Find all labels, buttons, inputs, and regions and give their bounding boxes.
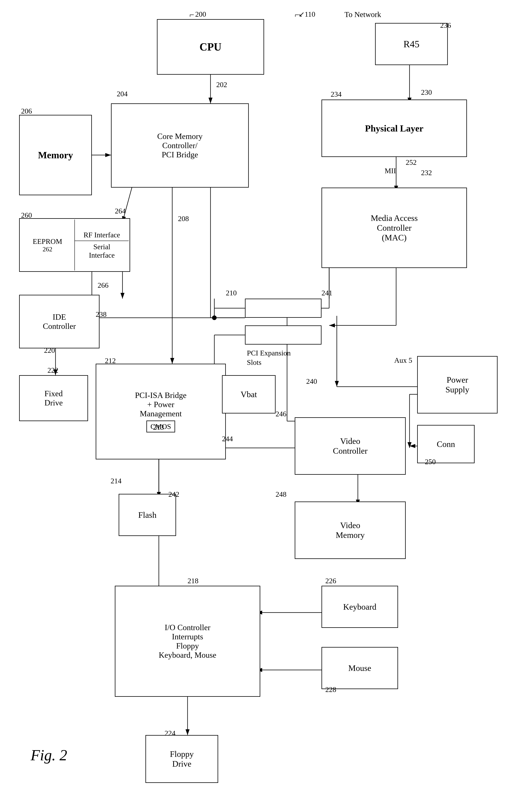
r45-box: R45 — [375, 23, 448, 65]
io-controller-box: I/O ControllerInterruptsFloppyKeyboard, … — [115, 586, 260, 697]
cpu-label: CPU — [200, 41, 222, 53]
ref-218: 218 — [188, 576, 198, 585]
ref-210: 210 — [226, 289, 237, 297]
video-controller-box: VideoController — [295, 417, 406, 475]
mac-label: Media AccessController(MAC) — [371, 213, 418, 243]
ref-246: 246 — [276, 410, 286, 418]
fixed-drive-label: FixedDrive — [44, 389, 63, 407]
ref-228: 228 — [325, 685, 336, 694]
ref-230: 230 — [421, 88, 432, 96]
memory-box: Memory — [19, 115, 92, 195]
ref-220: 220 — [44, 346, 55, 355]
svg-point-16 — [212, 316, 216, 320]
ref-238: 238 — [96, 310, 107, 319]
eeprom-ref: 262 — [43, 246, 53, 253]
ref-208: 208 — [178, 214, 189, 223]
bracket-200: ⌐ — [189, 10, 194, 20]
fixed-drive-box: FixedDrive — [19, 375, 88, 421]
floppy-drive-box: FloppyDrive — [146, 735, 218, 783]
video-memory-label: VideoMemory — [336, 521, 365, 540]
ref-240: 240 — [306, 377, 317, 385]
fig2-label: Fig. 2 — [31, 746, 67, 764]
core-memory-box: Core MemoryController/PCI Bridge — [111, 103, 249, 188]
pci-expansion-label: PCI ExpansionSlots — [247, 348, 291, 367]
ref-248: 248 — [276, 490, 286, 498]
to-network-label: To Network — [344, 10, 381, 19]
vbat-label: Vbat — [241, 390, 257, 399]
eeprom-group-box: EEPROM 262 RF Interface SerialInterface — [19, 218, 130, 272]
power-supply-box: PowerSupply — [417, 356, 497, 414]
mac-box: Media AccessController(MAC) — [322, 188, 467, 268]
ref-244: 244 — [222, 435, 233, 443]
ref-200: 200 — [195, 10, 206, 18]
floppy-drive-label: FloppyDrive — [170, 749, 194, 769]
ref-236: 236 — [440, 21, 451, 30]
ref-212: 212 — [105, 356, 116, 365]
bracket-110: ⌐ — [295, 10, 300, 20]
ref-242: 242 — [168, 490, 179, 498]
eeprom-label: EEPROM — [33, 237, 62, 246]
mouse-label: Mouse — [348, 663, 371, 673]
ref-204: 204 — [117, 90, 128, 98]
physical-layer-label: Physical Layer — [365, 123, 423, 134]
flash-label: Flash — [138, 510, 156, 520]
cpu-box: CPU — [157, 19, 264, 75]
ref-226: 226 — [325, 576, 336, 585]
r45-label: R45 — [403, 38, 419, 50]
ref-214: 214 — [111, 477, 121, 485]
physical-layer-box: Physical Layer — [322, 99, 467, 157]
pci-exp-slot-1 — [245, 299, 322, 318]
ide-controller-box: IDEController — [19, 295, 99, 348]
mouse-box: Mouse — [322, 647, 398, 689]
pci-isa-label: PCI-ISA Bridge+ PowerManagement — [135, 391, 187, 418]
ref-266: 266 — [98, 281, 109, 289]
rf-interface-label: RF Interface — [83, 231, 120, 239]
ref-202: 202 — [216, 80, 227, 89]
keyboard-label: Keyboard — [343, 602, 376, 612]
ref-213: 213 — [153, 423, 164, 432]
ref-250: 250 — [425, 457, 436, 466]
ref-260: 260 — [21, 211, 32, 219]
io-controller-label: I/O ControllerInterruptsFloppyKeyboard, … — [159, 623, 216, 660]
ide-controller-label: IDEController — [43, 313, 76, 331]
memory-label: Memory — [38, 150, 73, 160]
ref-241: 241 — [322, 289, 332, 297]
aux5-label: Aux 5 — [394, 356, 412, 364]
video-memory-box: VideoMemory — [295, 502, 406, 559]
core-memory-label: Core MemoryController/PCI Bridge — [157, 132, 203, 159]
flash-box: Flash — [119, 494, 176, 536]
ref-206: 206 — [21, 107, 32, 115]
pci-exp-slot-2 — [245, 325, 322, 344]
pci-isa-box: PCI-ISA Bridge+ PowerManagement CMOS — [96, 364, 226, 459]
conn-label: Conn — [437, 439, 455, 449]
vbat-box: Vbat — [222, 375, 276, 414]
ref-222: 222 — [48, 366, 58, 374]
video-controller-label: VideoController — [333, 436, 367, 456]
ref-224: 224 — [165, 729, 175, 737]
mii-label: MII — [385, 167, 396, 175]
ref-232: 232 — [421, 168, 432, 177]
power-supply-label: PowerSupply — [445, 375, 470, 395]
ref-110: ↙110 — [299, 10, 316, 18]
keyboard-box: Keyboard — [322, 586, 398, 628]
ref-264: 264 — [115, 207, 126, 215]
ref-252: 252 — [406, 158, 417, 167]
serial-interface-label: SerialInterface — [89, 243, 115, 259]
ref-234: 234 — [331, 90, 342, 98]
